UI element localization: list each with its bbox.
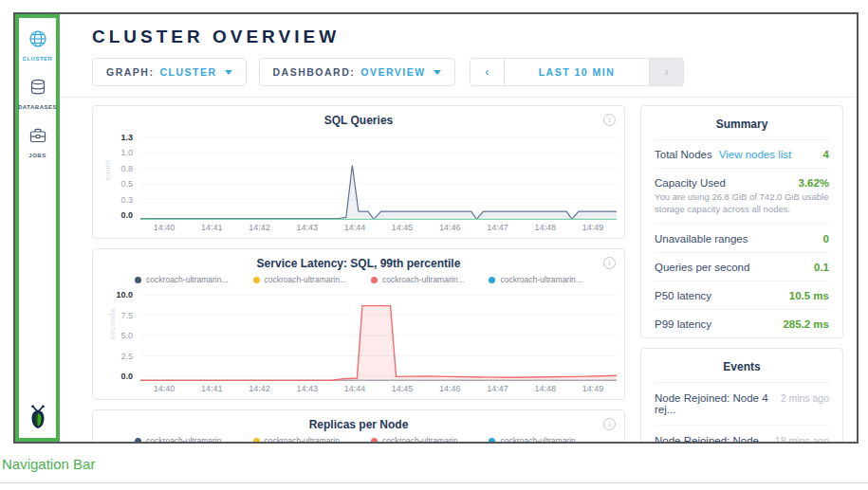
legend-item[interactable]: cockroach-ultramarin...: [253, 436, 346, 442]
dashboard-dropdown-value: OVERVIEW: [360, 66, 425, 78]
summary-row-capacity: Capacity Used 3.62% You are using 26.8 G…: [655, 169, 829, 225]
chart-sql-queries: SQL Queriesicount1.31.00.80.50.30.014:40…: [92, 105, 625, 239]
chart-legend: cockroach-ultramarin...cockroach-ultrama…: [101, 275, 617, 284]
y-axis: seconds10.07.55.02.50.0: [101, 290, 140, 381]
y-tick-label: 0.5: [120, 179, 133, 189]
event-time: 18 mins ago: [775, 435, 829, 442]
graph-dropdown[interactable]: GRAPH: CLUSTER: [92, 58, 247, 86]
legend-label: cockroach-ultramarin...: [265, 436, 346, 442]
x-tick-label: 14:41: [201, 223, 223, 232]
x-axis: 14:4014:4114:4214:4314:4414:4514:4614:47…: [140, 220, 617, 234]
chart-service-latency: Service Latency: SQL, 99th percentileico…: [92, 248, 625, 400]
legend-dot-icon: [489, 277, 495, 283]
chevron-down-icon: [434, 70, 441, 75]
time-range-selector: ‹ LAST 10 MIN ›: [470, 58, 685, 86]
time-range-label[interactable]: LAST 10 MIN: [505, 59, 650, 85]
event-text: Node Rejoined: Node 3 rej...: [655, 435, 767, 442]
sidebar-item-label: DATABASES: [18, 104, 57, 110]
event-row[interactable]: Node Rejoined: Node 3 rej... 18 mins ago: [655, 426, 829, 442]
dashboard-content: SQL Queriesicount1.31.00.80.50.30.014:40…: [60, 98, 857, 442]
screenshot-frame: CLUSTER DATABASES: [13, 12, 859, 444]
cockroach-bug-icon[interactable]: [26, 404, 50, 434]
legend-label: cockroach-ultramarin...: [146, 275, 228, 284]
y-axis-label: seconds: [108, 308, 117, 339]
chart-title: Replicas per Node: [101, 418, 617, 431]
chart-replicas-per-node: Replicas per Nodeicockroach-ultramarin..…: [92, 409, 625, 442]
main-content: CLUSTER OVERVIEW GRAPH: CLUSTER DASHBOAR…: [60, 14, 857, 442]
x-axis: 14:4014:4114:4214:4314:4414:4514:4614:47…: [140, 381, 617, 395]
x-tick-label: 14:48: [534, 223, 556, 232]
y-tick-label: 0.0: [120, 372, 133, 381]
right-column: Summary Total Nodes View nodes list 4 Ca…: [640, 105, 843, 442]
time-prev-button[interactable]: ‹: [471, 59, 505, 85]
sidebar-item-databases[interactable]: DATABASES: [18, 78, 57, 110]
unavailable-ranges-label: Unavailable ranges: [655, 233, 748, 245]
legend-dot-icon: [135, 438, 141, 443]
x-tick-label: 14:46: [439, 384, 461, 393]
chart-legend: cockroach-ultramarin...cockroach-ultrama…: [101, 436, 617, 442]
legend-dot-icon: [253, 277, 260, 283]
y-axis-label: count: [103, 159, 112, 180]
sidebar-item-jobs[interactable]: JOBS: [28, 126, 47, 158]
annotation-caption: Navigation Bar: [2, 456, 95, 472]
y-tick-label: 0.3: [120, 195, 133, 205]
summary-row-qps: Queries per second 0.1: [655, 253, 829, 281]
event-row[interactable]: Node Rejoined: Node 4 rej... 2 mins ago: [655, 383, 829, 426]
info-icon[interactable]: i: [603, 114, 616, 126]
info-icon[interactable]: i: [603, 257, 616, 269]
bottom-divider: [0, 482, 868, 483]
x-tick-label: 14:43: [296, 384, 318, 393]
legend-dot-icon: [371, 438, 378, 443]
y-tick-label: 7.5: [120, 311, 133, 320]
events-panel: Events Node Rejoined: Node 4 rej... 2 mi…: [640, 348, 843, 442]
legend-label: cockroach-ultramarin...: [500, 275, 582, 284]
legend-item[interactable]: cockroach-ultramarin...: [489, 436, 582, 442]
databases-icon: [28, 78, 47, 100]
chevron-down-icon: [225, 70, 232, 75]
x-tick-label: 14:46: [439, 223, 461, 232]
events-title: Events: [655, 356, 829, 383]
summary-panel: Summary Total Nodes View nodes list 4 Ca…: [640, 105, 843, 338]
legend-item[interactable]: cockroach-ultramarin...: [371, 275, 464, 284]
briefcase-icon: [28, 126, 47, 149]
page-title: CLUSTER OVERVIEW: [92, 27, 857, 47]
total-nodes-value: 4: [823, 149, 829, 160]
summary-title: Summary: [655, 114, 829, 140]
y-tick-label: 10.0: [116, 290, 133, 299]
view-nodes-list-link[interactable]: View nodes list: [719, 149, 792, 160]
legend-label: cockroach-ultramarin...: [382, 436, 464, 442]
legend-dot-icon: [371, 277, 378, 283]
plot-area[interactable]: [140, 290, 617, 381]
x-tick-label: 14:40: [154, 384, 175, 393]
event-time: 2 mins ago: [781, 392, 829, 404]
navigation-bar: CLUSTER DATABASES: [15, 14, 60, 442]
dashboard-dropdown[interactable]: DASHBOARD: OVERVIEW: [259, 58, 455, 86]
legend-dot-icon: [135, 277, 141, 283]
graph-dropdown-value: CLUSTER: [159, 66, 216, 78]
capacity-label: Capacity Used: [655, 177, 726, 189]
legend-item[interactable]: cockroach-ultramarin...: [371, 436, 464, 442]
x-tick-label: 14:42: [249, 384, 270, 393]
x-tick-label: 14:47: [487, 223, 508, 232]
legend-item[interactable]: cockroach-ultramarin...: [489, 275, 582, 284]
x-tick-label: 14:44: [344, 223, 366, 232]
chart-title: SQL Queries: [101, 114, 617, 127]
time-next-button[interactable]: ›: [649, 59, 683, 85]
info-icon[interactable]: i: [603, 418, 616, 430]
summary-row-p50: P50 latency 10.5 ms: [655, 281, 829, 310]
plot-area[interactable]: [140, 133, 617, 220]
legend-item[interactable]: cockroach-ultramarin...: [135, 275, 228, 284]
summary-row-unavailable: Unavailable ranges 0: [655, 225, 829, 253]
legend-dot-icon: [253, 438, 260, 443]
sidebar-item-label: CLUSTER: [23, 56, 53, 62]
sidebar-item-label: JOBS: [28, 153, 46, 158]
y-tick-label: 0.0: [120, 210, 133, 220]
summary-row-total-nodes: Total Nodes View nodes list 4: [655, 140, 829, 169]
legend-item[interactable]: cockroach-ultramarin...: [253, 275, 346, 284]
legend-label: cockroach-ultramarin...: [382, 275, 464, 284]
legend-item[interactable]: cockroach-ultramarin...: [135, 436, 228, 442]
sidebar-item-cluster[interactable]: CLUSTER: [23, 29, 53, 62]
graph-dropdown-label: GRAPH:: [106, 66, 154, 78]
p50-latency-value: 10.5 ms: [789, 290, 829, 301]
y-axis: count1.31.00.80.50.30.0: [101, 133, 140, 220]
